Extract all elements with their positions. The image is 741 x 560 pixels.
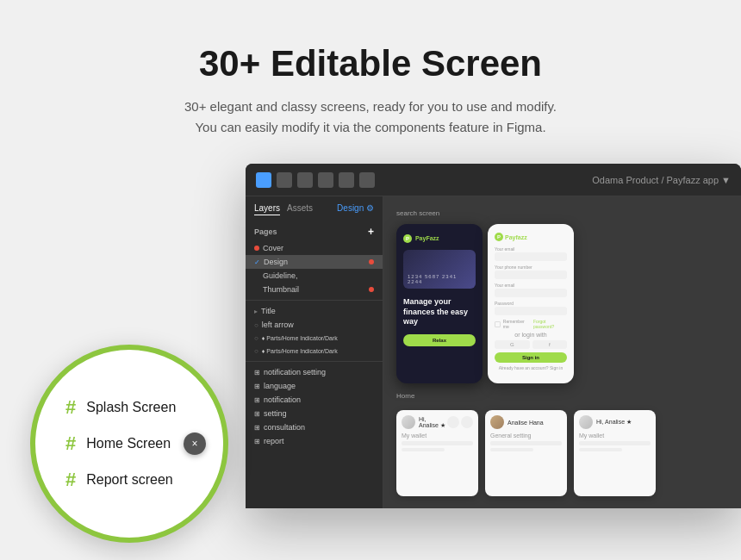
tooltip-label-report: Report screen <box>86 472 173 488</box>
sidebar-item-report[interactable]: ⊞ report <box>246 434 383 448</box>
check-icon: ✓ <box>254 258 260 266</box>
close-button[interactable]: × <box>184 432 206 455</box>
tab-assets[interactable]: Assets <box>287 203 313 215</box>
tooltip-circle: # Splash Screen # Home Screen # Report s… <box>30 345 228 543</box>
mini-notif <box>447 416 459 428</box>
sidebar-item-notification-setting[interactable]: ⊞ notification setting <box>246 365 383 379</box>
sidebar-layer-indicator-2[interactable]: ○ ♦ Parts/Home Indicator/Dark <box>246 345 383 358</box>
sidebar-pages-section: Pages + <box>246 222 383 241</box>
mini-text-sm-3 <box>579 448 622 451</box>
page-dot <box>369 259 374 264</box>
social-buttons: G f <box>495 340 567 349</box>
mini-subtitle: My wallet <box>402 432 473 439</box>
figma-sidebar: Layers Assets Design ⚙ Pages + Cover ✓ D… <box>246 196 383 508</box>
mini-avatar <box>402 415 415 429</box>
google-btn: G <box>495 340 530 349</box>
tab-design[interactable]: Design ⚙ <box>337 203 374 215</box>
sidebar-page-design[interactable]: ✓ Design <box>246 255 383 269</box>
grid-icon: ⊞ <box>254 369 260 376</box>
sidebar-divider <box>246 300 383 301</box>
page-header: 30+ Editable Screen 30+ elegant and clas… <box>184 43 557 138</box>
remember-check: Remember me Forgot password? <box>495 319 567 329</box>
sidebar-item-consultation[interactable]: ⊞ consultation <box>246 420 383 434</box>
tooltip-item-home: # Home Screen <box>65 434 171 453</box>
grid-icon: ⊞ <box>254 424 260 432</box>
toolbar-breadcrumb: Odama Product / Payfazz app ▼ <box>592 175 731 185</box>
toolbar-icon-cursor <box>256 172 271 188</box>
card-visual: 1234 5687 2341 2244 <box>403 250 476 289</box>
canvas-main-phones: P PayFazz 1234 5687 2341 2244 Manage you… <box>396 224 656 383</box>
mini-phone-1: Hi, Analise ★ My wallet <box>396 410 478 496</box>
page-dot <box>369 287 374 292</box>
mini-avatar-2 <box>490 415 504 429</box>
phone-dark-mockup: P PayFazz 1234 5687 2341 2244 Manage you… <box>396 224 483 383</box>
hash-icon-2: # <box>65 434 76 453</box>
sidebar-divider-2 <box>246 361 383 362</box>
grid-icon: ⊞ <box>254 396 260 404</box>
grid-icon: ⊞ <box>254 410 260 418</box>
page-title: 30+ Editable Screen <box>184 43 557 84</box>
mini-subtitle-3: My wallet <box>579 432 651 439</box>
mini-text-3 <box>579 441 651 445</box>
tooltip-item-report: # Report screen <box>65 470 173 489</box>
mini-subtitle-2: General setting <box>490 432 562 439</box>
mini-chat <box>461 416 473 428</box>
figma-panel: Odama Product / Payfazz app ▼ Layers Ass… <box>246 164 741 508</box>
toolbar-icons <box>256 172 375 188</box>
phone-white-content: P Payfazz Your email Your phone number <box>488 224 574 379</box>
sidebar-item-notification[interactable]: ⊞ notification <box>246 393 383 407</box>
tooltip-item-splash: # Splash Screen <box>65 398 176 417</box>
phone-cta-button: Relax <box>403 334 476 346</box>
form-field-phone: Your phone number <box>495 264 567 279</box>
tooltip-label-splash: Splash Screen <box>86 400 176 415</box>
description: 30+ elegant and classy screens, ready fo… <box>184 96 557 138</box>
layer-icon: ○ <box>254 334 258 342</box>
mini-name-2: Analise Hana <box>507 420 562 426</box>
layer-icon: ○ <box>254 347 258 355</box>
phone-signup-logo: P Payfazz <box>495 233 567 241</box>
form-field-email2: Your email <box>495 283 567 297</box>
toolbar-icon-more <box>359 172 375 188</box>
mini-text <box>402 441 473 445</box>
sidebar-page-guideline[interactable]: Guideline, <box>246 269 383 283</box>
figma-canvas: search screen P PayFazz 1234 5687 2341 2… <box>383 196 741 508</box>
sidebar-page-cover[interactable]: Cover <box>246 241 383 255</box>
canvas-column: search screen P PayFazz 1234 5687 2341 2… <box>396 209 656 495</box>
sidebar-page-thumbnail[interactable]: Thumbnail <box>246 283 383 296</box>
layer-icon: ○ <box>254 321 258 329</box>
toolbar-icon-text <box>318 172 333 188</box>
toolbar-icon-pen <box>339 172 354 188</box>
sidebar-layer-title[interactable]: ▸ Title <box>246 304 383 318</box>
hash-icon-1: # <box>65 398 76 417</box>
canvas-search-label: search screen <box>396 209 656 217</box>
logo-icon: P <box>403 234 412 243</box>
page-dot <box>254 246 259 251</box>
logo-icon: P <box>495 233 503 241</box>
card-number: 1234 5687 2341 2244 <box>408 274 471 284</box>
mini-phone-3: Hi, Analise ★ My wallet <box>574 410 656 496</box>
phone-logo: P PayFazz <box>403 234 476 243</box>
figma-toolbar: Odama Product / Payfazz app ▼ <box>246 164 741 196</box>
sidebar-item-language[interactable]: ⊞ language <box>246 379 383 393</box>
sidebar-layer-arrow[interactable]: ○ left arrow <box>246 318 383 332</box>
hash-icon-3: # <box>65 470 76 489</box>
tooltip-label-home: Home Screen <box>86 436 171 451</box>
canvas-home-label: Home <box>396 392 656 400</box>
sidebar-tabs: Layers Assets Design ⚙ <box>246 203 383 215</box>
mini-text-2 <box>490 441 562 445</box>
phones-bottom-row: Hi, Analise ★ My wallet <box>396 410 656 496</box>
grid-icon: ⊞ <box>254 383 260 390</box>
sidebar-layer-indicator-1[interactable]: ○ ♦ Parts/Home Indicator/Dark <box>246 332 383 345</box>
mini-avatar-3 <box>579 415 593 429</box>
phone-dark-content: P PayFazz 1234 5687 2341 2244 Manage you… <box>396 224 483 357</box>
or-divider: or login with <box>495 332 567 338</box>
tab-layers[interactable]: Layers <box>254 203 280 215</box>
form-field-password: Password <box>495 301 567 315</box>
mini-name-3: Hi, Analise ★ <box>596 419 651 426</box>
mini-phone-2: Analise Hana General setting <box>485 410 567 496</box>
phone-white-mockup: P Payfazz Your email Your phone number <box>488 224 574 383</box>
sidebar-item-setting[interactable]: ⊞ setting <box>246 407 383 420</box>
facebook-btn: f <box>532 340 568 349</box>
mini-name: Hi, Analise ★ <box>419 416 447 429</box>
checkbox <box>495 321 501 327</box>
